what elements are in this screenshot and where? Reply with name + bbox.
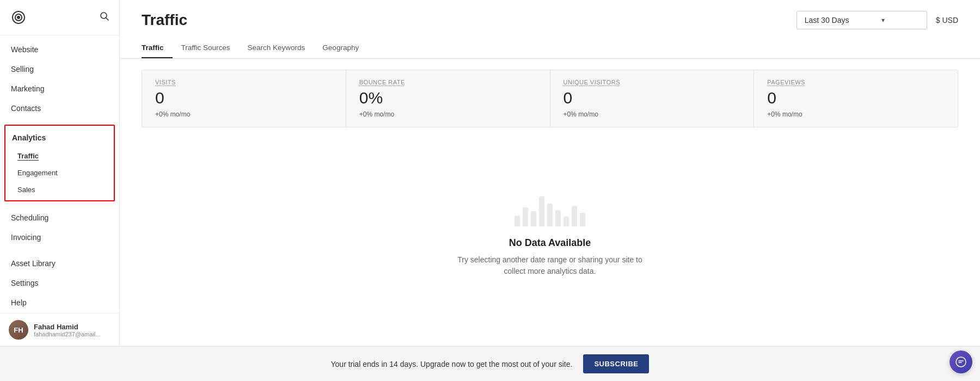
user-info: Fahad Hamid fahadhamid237@amail...	[34, 323, 100, 337]
content-header: Traffic Last 30 Days ▾ $ USD	[120, 0, 980, 29]
date-range-label: Last 30 Days	[805, 16, 849, 24]
logo[interactable]	[10, 9, 27, 26]
stat-visits-change: +0% mo/mo	[155, 110, 333, 118]
sidebar-item-analytics[interactable]: Analytics	[5, 128, 114, 148]
page-title: Traffic	[142, 11, 187, 29]
sidebar-sub-item-traffic[interactable]: Traffic	[5, 148, 114, 164]
tab-traffic-sources[interactable]: Traffic Sources	[181, 38, 239, 58]
sidebar-item-asset-library[interactable]: Asset Library	[0, 254, 119, 273]
stats-bar: VISITS 0 +0% mo/mo BOUNCE RATE 0% +0% mo…	[142, 70, 958, 127]
sidebar-sub-item-sales[interactable]: Sales	[5, 181, 114, 198]
sidebar-sub-item-engagement[interactable]: Engagement	[5, 164, 114, 181]
no-data-title: No Data Available	[509, 237, 591, 249]
user-name: Fahad Hamid	[34, 323, 100, 331]
search-icon[interactable]	[100, 11, 109, 23]
analytics-section: Analytics Traffic Engagement Sales	[4, 125, 115, 201]
empty-chart-icon	[514, 196, 585, 226]
tab-traffic[interactable]: Traffic	[142, 38, 173, 58]
tabs-bar: Traffic Traffic Sources Search Keywords …	[120, 38, 980, 59]
stat-unique-change: +0% mo/mo	[564, 110, 741, 118]
chat-bubble[interactable]	[950, 351, 972, 373]
tab-search-keywords[interactable]: Search Keywords	[248, 38, 314, 58]
sidebar-item-marketing[interactable]: Marketing	[0, 79, 119, 99]
user-profile: FH Fahad Hamid fahadhamid237@amail...	[0, 313, 119, 346]
user-email: fahadhamid237@amail...	[34, 331, 100, 337]
stat-bounce-change: +0% mo/mo	[359, 110, 537, 118]
stat-bounce-value: 0%	[359, 89, 537, 107]
main-content: Traffic Last 30 Days ▾ $ USD Traffic Tra…	[120, 0, 980, 346]
sidebar-item-website[interactable]: Website	[0, 40, 119, 59]
trial-message: Your trial ends in 14 days. Upgrade now …	[331, 360, 573, 368]
sidebar-item-contacts[interactable]: Contacts	[0, 99, 119, 118]
stat-pageviews-label: PAGEVIEWS	[767, 79, 945, 85]
header-right: Last 30 Days ▾ $ USD	[797, 11, 958, 29]
currency-label: $ USD	[936, 16, 958, 24]
sidebar-item-scheduling[interactable]: Scheduling	[0, 208, 119, 228]
trial-banner: Your trial ends in 14 days. Upgrade now …	[0, 346, 980, 381]
svg-point-2	[956, 357, 966, 367]
avatar: FH	[9, 320, 28, 340]
stat-unique-visitors: UNIQUE VISITORS 0 +0% mo/mo	[550, 70, 755, 127]
no-data-section: No Data Available Try selecting another …	[120, 127, 980, 346]
chevron-down-icon: ▾	[881, 16, 885, 24]
sidebar-item-invoicing[interactable]: Invoicing	[0, 228, 119, 247]
stat-visits-value: 0	[155, 89, 333, 107]
sidebar-nav: Website Selling Marketing Contacts Analy…	[0, 35, 119, 313]
svg-line-1	[106, 18, 108, 20]
stat-pageviews-value: 0	[767, 89, 945, 107]
tab-geography[interactable]: Geography	[322, 38, 367, 58]
stat-unique-value: 0	[564, 89, 741, 107]
stat-unique-label: UNIQUE VISITORS	[564, 79, 741, 85]
sidebar: Website Selling Marketing Contacts Analy…	[0, 0, 120, 346]
stat-pageviews-change: +0% mo/mo	[767, 110, 945, 118]
stat-visits: VISITS 0 +0% mo/mo	[142, 70, 346, 127]
stat-pageviews: PAGEVIEWS 0 +0% mo/mo	[754, 70, 958, 127]
stat-bounce-rate: BOUNCE RATE 0% +0% mo/mo	[346, 70, 550, 127]
stat-bounce-label: BOUNCE RATE	[359, 79, 537, 85]
sidebar-item-help[interactable]: Help	[0, 293, 119, 312]
sidebar-item-selling[interactable]: Selling	[0, 59, 119, 79]
sidebar-item-settings[interactable]: Settings	[0, 273, 119, 293]
sidebar-header	[0, 0, 119, 35]
stat-visits-label: VISITS	[155, 79, 333, 85]
date-range-dropdown[interactable]: Last 30 Days ▾	[797, 11, 927, 29]
no-data-subtitle: Try selecting another date range or shar…	[457, 254, 642, 277]
subscribe-button[interactable]: SUBSCRIBE	[583, 354, 649, 373]
